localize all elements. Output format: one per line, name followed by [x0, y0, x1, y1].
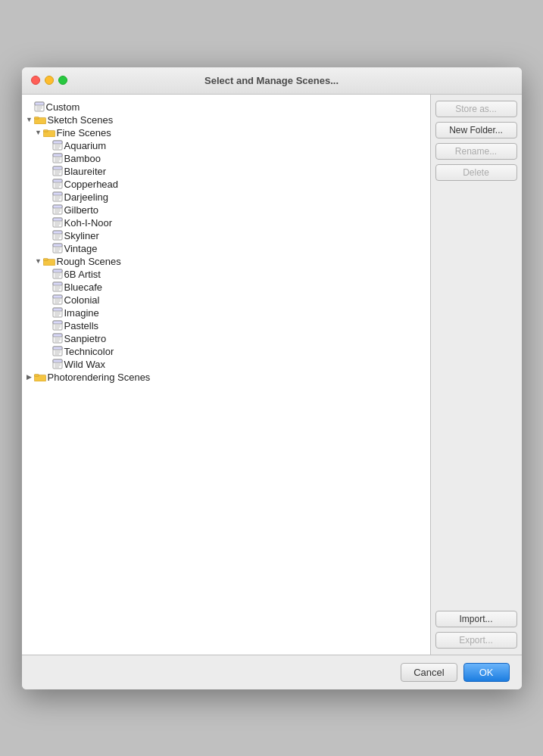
item-label-aquarium: Aquarium — [64, 140, 107, 151]
ok-button[interactable]: OK — [463, 663, 510, 682]
tree-item-blaureiter[interactable]: Blaureiter — [22, 165, 430, 178]
item-label-blaureiter: Blaureiter — [64, 166, 107, 177]
maximize-button[interactable] — [58, 76, 67, 85]
item-label-rough-scenes: Rough Scenes — [57, 256, 121, 267]
triangle-fine-scenes — [34, 128, 43, 137]
item-label-bamboo: Bamboo — [64, 153, 101, 164]
svg-rect-20 — [53, 166, 62, 170]
item-label-gilberto: Gilberto — [64, 204, 99, 216]
svg-rect-97 — [34, 375, 39, 377]
new-folder-button[interactable]: New Folder... — [435, 122, 517, 138]
file-icon-bamboo — [52, 153, 63, 163]
triangle-photorendering-scenes — [25, 372, 34, 381]
delete-button[interactable]: Delete — [435, 164, 517, 181]
file-icon-sanpietro — [52, 333, 63, 344]
rename-button[interactable]: Rename... — [435, 143, 517, 160]
item-label-wild-wax: Wild Wax — [64, 359, 105, 370]
svg-rect-82 — [53, 334, 62, 337]
item-label-bluecafe: Bluecafe — [64, 282, 103, 293]
svg-rect-77 — [53, 321, 62, 324]
main-window: Select and Manage Scenes... Custom Sketc… — [22, 67, 522, 689]
item-label-darjeeling: Darjeeling — [64, 191, 109, 203]
svg-rect-15 — [53, 154, 62, 157]
tree-item-photorendering-scenes[interactable]: Photorendering Scenes — [22, 371, 430, 384]
tree-item-fine-scenes[interactable]: Fine Scenes — [22, 126, 430, 139]
file-icon-vintage — [52, 243, 63, 254]
folder-icon-photorendering-scenes — [34, 372, 46, 381]
item-label-custom: Custom — [46, 101, 80, 113]
window-body: Custom Sketch Scenes Fine Scenes Aquariu… — [22, 95, 522, 655]
tree-item-gilberto[interactable]: Gilberto — [22, 204, 430, 216]
export-button[interactable]: Export... — [435, 632, 517, 649]
folder-icon-rough-scenes — [43, 257, 55, 266]
file-icon-technicolor — [52, 346, 63, 356]
tree-item-vintage[interactable]: Vintage — [22, 242, 430, 255]
tree-item-darjeeling[interactable]: Darjeeling — [22, 191, 430, 204]
tree-panel[interactable]: Custom Sketch Scenes Fine Scenes Aquariu… — [22, 95, 431, 655]
item-label-fine-scenes: Fine Scenes — [57, 127, 111, 138]
window-title: Select and Manage Scenes... — [204, 75, 339, 86]
svg-rect-25 — [53, 179, 62, 182]
svg-rect-10 — [53, 141, 62, 144]
svg-rect-62 — [53, 282, 62, 285]
item-label-colonial: Colonial — [64, 294, 100, 306]
import-button[interactable]: Import... — [435, 611, 517, 627]
item-label-vintage: Vintage — [64, 243, 98, 254]
item-label-imagine: Imagine — [64, 307, 99, 319]
item-label-technicolor: Technicolor — [64, 346, 114, 357]
cancel-button[interactable]: Cancel — [401, 663, 457, 682]
svg-rect-50 — [53, 244, 62, 247]
svg-rect-40 — [53, 218, 62, 221]
svg-rect-92 — [53, 359, 62, 362]
file-icon-pastells — [52, 320, 63, 331]
tree-item-imagine[interactable]: Imagine — [22, 306, 430, 319]
item-label-sanpietro: Sanpietro — [64, 333, 107, 344]
traffic-lights — [31, 76, 67, 85]
tree-item-bluecafe[interactable]: Bluecafe — [22, 281, 430, 294]
tree-item-custom[interactable]: Custom — [22, 101, 430, 114]
file-icon-darjeeling — [52, 191, 63, 202]
tree-item-sanpietro[interactable]: Sanpietro — [22, 332, 430, 345]
item-label-photorendering-scenes: Photorendering Scenes — [48, 372, 151, 383]
folder-icon-sketch-scenes — [34, 115, 46, 124]
file-icon-imagine — [52, 307, 63, 318]
title-bar: Select and Manage Scenes... — [22, 67, 522, 95]
tree-item-aquarium[interactable]: Aquarium — [22, 139, 430, 152]
file-icon-bluecafe — [52, 282, 63, 292]
svg-rect-45 — [53, 231, 62, 234]
svg-rect-6 — [34, 117, 39, 120]
tree-item-skyliner[interactable]: Skyliner — [22, 229, 430, 242]
file-icon-blaureiter — [52, 166, 63, 176]
svg-rect-72 — [53, 308, 62, 311]
item-label-skyliner: Skyliner — [64, 230, 99, 241]
tree-item-pastells[interactable]: Pastells — [22, 319, 430, 332]
svg-rect-35 — [53, 205, 62, 208]
tree-item-bamboo[interactable]: Bamboo — [22, 152, 430, 165]
tree-item-koh-i-noor[interactable]: Koh-I-Noor — [22, 216, 430, 229]
tree-item-colonial[interactable]: Colonial — [22, 294, 430, 306]
tree-item-technicolor[interactable]: Technicolor — [22, 345, 430, 358]
file-icon-custom — [34, 101, 45, 112]
tree-item-6b-artist[interactable]: 6B Artist — [22, 268, 430, 281]
tree-item-copperhead[interactable]: Copperhead — [22, 178, 430, 191]
store-as-button[interactable]: Store as... — [435, 101, 517, 117]
file-icon-skyliner — [52, 230, 63, 241]
item-label-pastells: Pastells — [64, 320, 99, 331]
window-footer: Cancel OK — [22, 655, 522, 689]
file-icon-6b-artist — [52, 269, 63, 279]
svg-rect-8 — [43, 130, 48, 132]
bottom-buttons: Import... Export... — [435, 605, 517, 649]
tree-item-wild-wax[interactable]: Wild Wax — [22, 358, 430, 371]
minimize-button[interactable] — [45, 76, 54, 85]
file-icon-gilberto — [52, 204, 63, 215]
item-label-copperhead: Copperhead — [64, 179, 119, 190]
close-button[interactable] — [31, 76, 40, 85]
svg-rect-67 — [53, 295, 62, 298]
triangle-sketch-scenes — [25, 115, 34, 124]
tree-item-rough-scenes[interactable]: Rough Scenes — [22, 255, 430, 268]
file-icon-colonial — [52, 294, 63, 305]
tree-item-sketch-scenes[interactable]: Sketch Scenes — [22, 114, 430, 126]
sidebar-panel: Store as... New Folder... Rename... Dele… — [431, 95, 522, 655]
svg-rect-57 — [53, 269, 62, 272]
file-icon-wild-wax — [52, 359, 63, 369]
